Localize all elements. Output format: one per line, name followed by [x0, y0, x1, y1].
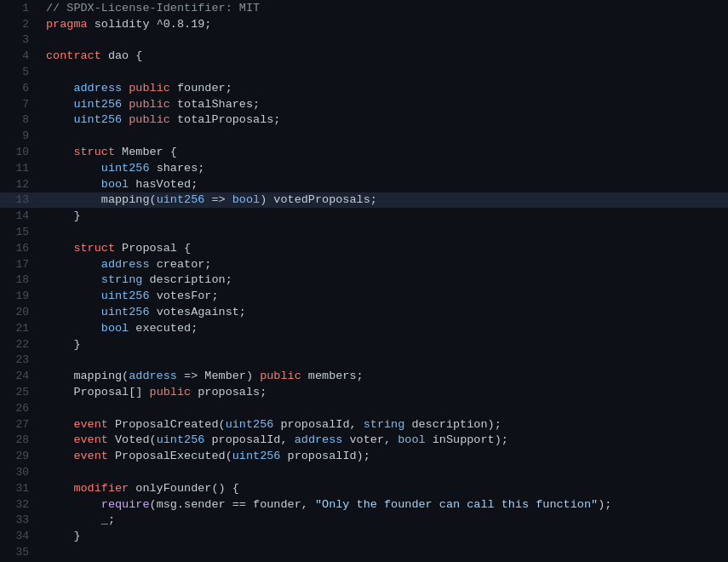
token: Voted(	[108, 433, 157, 446]
line-content	[43, 33, 728, 46]
token: ProposalExecuted(	[108, 450, 232, 462]
line-content: mapping(address => Member) public member…	[43, 370, 728, 382]
line-content	[43, 353, 728, 366]
token: uint256	[157, 193, 205, 206]
token	[46, 82, 73, 95]
line-content: contract dao {	[43, 49, 728, 62]
code-line: 34 }	[0, 528, 728, 544]
token	[46, 113, 73, 126]
token: public	[129, 113, 170, 126]
token: _;	[46, 513, 115, 526]
token: struct	[73, 146, 115, 158]
line-content	[43, 66, 728, 78]
code-line: 2pragma solidity ^0.8.19;	[0, 16, 728, 32]
token: "Only the founder can call this function…	[315, 498, 598, 511]
line-number: 11	[0, 162, 43, 175]
line-content	[43, 226, 728, 238]
token	[46, 433, 73, 446]
code-line: 33 _;	[0, 513, 728, 529]
line-number: 2	[0, 18, 43, 31]
code-line: 35	[0, 544, 728, 560]
code-line: 16 struct Proposal {	[0, 240, 728, 256]
token: address	[129, 370, 177, 382]
token: bool	[232, 193, 260, 206]
line-number: 18	[0, 273, 43, 286]
token: event	[73, 433, 108, 446]
line-content: // SPDX-License-Identifier: MIT	[43, 2, 728, 14]
line-number: 9	[0, 129, 43, 142]
code-line: 15	[0, 224, 728, 240]
line-content: struct Member {	[43, 146, 728, 158]
token: mapping(	[73, 370, 129, 382]
code-line: 1// SPDX-License-Identifier: MIT	[0, 0, 728, 16]
line-number: 1	[0, 2, 43, 14]
line-number: 14	[0, 209, 43, 222]
code-line: 27 event ProposalCreated(uint256 proposa…	[0, 416, 728, 433]
token: Proposal[]	[46, 386, 150, 399]
line-content: bool executed;	[43, 322, 728, 335]
token: public	[129, 98, 170, 111]
token: creator;	[150, 258, 212, 271]
token: uint256	[101, 290, 150, 302]
token	[46, 482, 73, 495]
line-number: 27	[0, 418, 43, 431]
token: shares;	[150, 162, 205, 175]
token	[46, 258, 101, 271]
line-number: 10	[0, 146, 43, 158]
code-line: 22 }	[0, 336, 728, 353]
code-line: 25 Proposal[] public proposals;	[0, 384, 728, 400]
line-number: 23	[0, 353, 43, 366]
token: event	[73, 450, 108, 462]
code-line: 4contract dao {	[0, 48, 728, 64]
code-line: 3	[0, 32, 728, 49]
line-content: Proposal[] public proposals;	[43, 386, 728, 399]
code-line: 18 string description;	[0, 272, 728, 289]
line-content: event ProposalExecuted(uint256 proposalI…	[43, 450, 728, 462]
line-number: 4	[0, 49, 43, 62]
line-number: 6	[0, 82, 43, 95]
token	[46, 193, 101, 206]
token: uint256	[101, 306, 150, 318]
line-number: 24	[0, 370, 43, 382]
token	[46, 322, 101, 335]
token: hasVoted;	[129, 178, 198, 191]
line-content: address creator;	[43, 258, 728, 271]
token: =>	[204, 193, 232, 206]
line-content	[43, 129, 728, 142]
line-content: mapping(uint256 => bool) votedProposals;	[43, 193, 728, 206]
code-line: 12 bool hasVoted;	[0, 176, 728, 192]
token: modifier	[73, 482, 129, 495]
line-number: 5	[0, 66, 43, 78]
token: proposalId,	[273, 418, 363, 431]
token: struct	[73, 242, 115, 255]
token: inSupport);	[426, 433, 508, 446]
token	[46, 98, 73, 111]
line-number: 8	[0, 113, 43, 126]
token: votesAgainst;	[150, 306, 246, 318]
token: proposalId,	[204, 433, 294, 446]
code-line: 28 event Voted(uint256 proposalId, addre…	[0, 433, 728, 449]
token: ) votedProposals;	[260, 193, 377, 206]
token: uint256	[73, 113, 122, 126]
line-number: 29	[0, 450, 43, 462]
token: uint256	[73, 98, 122, 111]
line-number: 21	[0, 322, 43, 335]
token: description;	[142, 273, 232, 286]
token: proposalId);	[280, 450, 370, 462]
token	[46, 498, 101, 511]
token: members;	[301, 370, 364, 382]
line-content: event ProposalCreated(uint256 proposalId…	[43, 418, 728, 431]
line-content: }	[43, 530, 728, 542]
token: Proposal {	[115, 242, 191, 255]
line-content: pragma solidity ^0.8.19;	[43, 18, 728, 31]
token: uint256	[101, 162, 150, 175]
line-number: 7	[0, 98, 43, 111]
line-number: 17	[0, 258, 43, 271]
token: bool	[101, 178, 129, 191]
line-number: 12	[0, 178, 43, 191]
code-line: 11 uint256 shares;	[0, 160, 728, 176]
token: uint256	[157, 433, 205, 446]
token: require	[101, 498, 150, 511]
token	[46, 306, 101, 318]
token: event	[73, 418, 108, 431]
